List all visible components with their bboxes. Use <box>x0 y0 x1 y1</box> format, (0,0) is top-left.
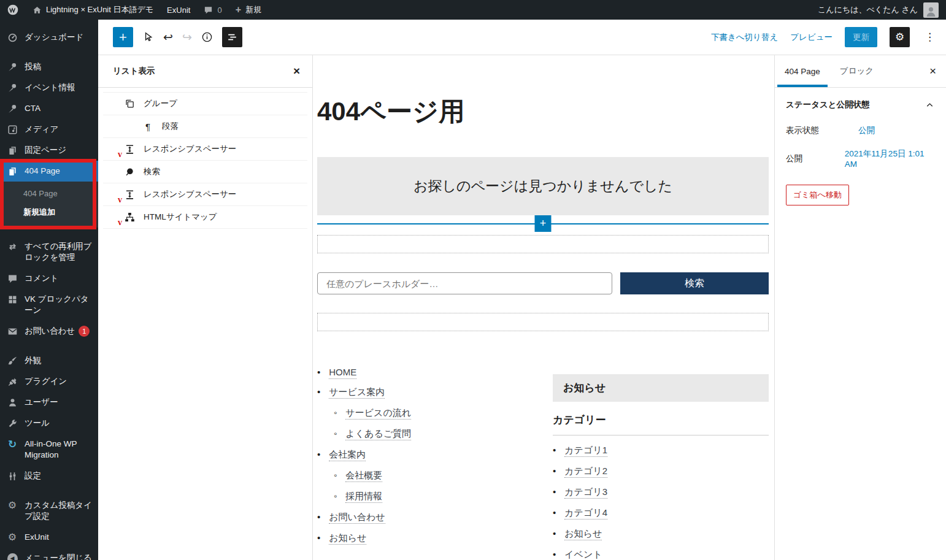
category-link-3[interactable]: カテゴリ3 <box>564 486 607 499</box>
search-input[interactable] <box>317 272 612 294</box>
appearance-icon <box>6 355 18 366</box>
menu-separator <box>0 228 98 236</box>
sidebar-item-appearance[interactable]: 外観 <box>0 350 98 371</box>
sitemap-link-service-flow[interactable]: サービスの流れ <box>345 407 411 420</box>
users-icon <box>6 397 18 408</box>
sidebar-item-collapse-menu[interactable]: ◀ メニューを閉じる <box>0 548 98 560</box>
sidebar-item-contact[interactable]: お問い合わせ1 <box>0 321 98 342</box>
contact-badge: 1 <box>79 326 90 337</box>
sitemap-link-news[interactable]: お知らせ <box>329 532 366 545</box>
list-view-title: リスト表示 <box>113 66 155 77</box>
comment-count: 0 <box>217 6 221 15</box>
category-heading: カテゴリー <box>553 413 769 435</box>
sidebar-item-dashboard[interactable]: ダッシュボード <box>0 27 98 48</box>
publish-date-button[interactable]: 2021年11月25日 1:01 AM <box>845 148 935 169</box>
sidebar-item-comments[interactable]: コメント <box>0 268 98 289</box>
sidebar-item-plugins[interactable]: プラグイン <box>0 371 98 392</box>
sidebar-item-exunit[interactable]: ⚙ ExUnit <box>0 527 98 548</box>
group-icon <box>123 98 136 110</box>
site-name-menu[interactable]: Lightning × ExUnit 日本語デモ <box>26 0 160 20</box>
category-link-events[interactable]: イベント <box>564 549 602 560</box>
new-content-menu[interactable]: + 新規 <box>229 0 268 20</box>
sitemap-link-contact[interactable]: お問い合わせ <box>329 512 385 524</box>
search-button[interactable]: 検索 <box>620 272 769 294</box>
tools-icon <box>6 418 18 429</box>
category-link-2[interactable]: カテゴリ2 <box>564 466 607 478</box>
user-greeting[interactable]: こんにちは、べくたん さん <box>818 4 918 15</box>
list-view-panel: リスト表示 × グループ ¶ 段落 V レスポンシブスペーサー 検索 <box>98 55 313 560</box>
status-visibility-section-header[interactable]: ステータスと公開状態 <box>775 88 946 119</box>
select-tool-button[interactable] <box>142 31 154 43</box>
preview-link[interactable]: プレビュー <box>790 32 833 43</box>
plugin-icon <box>6 376 18 387</box>
sidebar-item-settings[interactable]: 設定 <box>0 466 98 486</box>
category-link-1[interactable]: カテゴリ1 <box>564 445 607 457</box>
search-block: 検索 <box>317 272 769 294</box>
inline-inserter-button[interactable]: + <box>535 215 552 232</box>
sidebar-submenu-404page: 404 Page 新規追加 <box>0 182 98 228</box>
list-view-item-responsive-spacer[interactable]: V レスポンシブスペーサー <box>103 183 307 206</box>
responsive-spacer-block[interactable] <box>317 313 769 331</box>
category-link-4[interactable]: カテゴリ4 <box>564 507 607 520</box>
news-heading-box: お知らせ <box>553 374 769 402</box>
responsive-spacer-icon: V <box>123 144 136 155</box>
update-button[interactable]: 更新 <box>845 27 877 47</box>
submenu-item-404page-list[interactable]: 404 Page <box>0 185 98 202</box>
not-found-message-block[interactable]: お探しのページは見つかりませんでした <box>317 157 769 215</box>
list-view-item-paragraph[interactable]: ¶ 段落 <box>103 115 307 138</box>
sidebar-item-pages[interactable]: 固定ページ <box>0 140 98 161</box>
sitemap-link-services[interactable]: サービス案内 <box>329 386 385 399</box>
pin-icon <box>6 103 18 114</box>
sidebar-item-cta[interactable]: CTA <box>0 98 98 119</box>
sitemap-link-faq[interactable]: よくあるご質問 <box>345 428 411 440</box>
sidebar-item-media[interactable]: メディア <box>0 119 98 140</box>
sidebar-item-reusable-blocks[interactable]: すべての再利用ブロックを管理 <box>0 236 98 268</box>
list-view-close-button[interactable]: × <box>293 64 300 78</box>
dashboard-icon <box>6 32 18 43</box>
sitemap-link-recruit[interactable]: 採用情報 <box>345 491 382 503</box>
page-title[interactable]: 404ページ用 <box>317 97 769 126</box>
comment-bubble-icon <box>204 6 213 15</box>
sitemap-link-home[interactable]: HOME <box>329 367 356 379</box>
details-button[interactable] <box>201 31 213 43</box>
paragraph-icon: ¶ <box>141 121 155 132</box>
publish-label: 公開 <box>786 153 845 164</box>
sidebar-item-vk-block-patterns[interactable]: VK ブロックパターン <box>0 289 98 321</box>
sidebar-item-custom-post-type[interactable]: ⚙ カスタム投稿タイプ設定 <box>0 495 98 527</box>
pages-icon <box>6 145 18 156</box>
menu-separator <box>0 486 98 495</box>
sidebar-item-events[interactable]: イベント情報 <box>0 77 98 98</box>
settings-toggle-button[interactable]: ⚙ <box>890 27 910 47</box>
sitemap-link-company-overview[interactable]: 会社概要 <box>345 470 382 482</box>
list-view-item-html-sitemap[interactable]: V HTMLサイトマップ <box>103 206 307 229</box>
settings-close-button[interactable]: × <box>920 55 946 87</box>
comments-menu[interactable]: 0 <box>197 0 228 20</box>
sidebar-item-404page[interactable]: 404 Page <box>0 161 98 182</box>
undo-button[interactable]: ↩ <box>163 30 173 44</box>
sitemap-link-company[interactable]: 会社案内 <box>329 449 366 461</box>
list-view-toggle-button[interactable] <box>222 27 242 47</box>
submenu-item-add-new[interactable]: 新規追加 <box>0 202 98 222</box>
move-to-trash-button[interactable]: ゴミ箱へ移動 <box>786 185 849 205</box>
sidebar-item-tools[interactable]: ツール <box>0 413 98 434</box>
exunit-menu[interactable]: ExUnit <box>160 0 197 20</box>
list-view-item-search[interactable]: 検索 <box>103 161 307 183</box>
redo-button[interactable]: ↪ <box>182 30 192 44</box>
list-view-item-group[interactable]: グループ <box>103 93 307 115</box>
sidebar-item-users[interactable]: ユーザー <box>0 392 98 413</box>
avatar[interactable] <box>923 2 939 18</box>
sidebar-item-migration[interactable]: ↻ All-in-One WP Migration <box>0 434 98 466</box>
visibility-value-button[interactable]: 公開 <box>858 125 875 136</box>
publish-row: 公開 2021年11月25日 1:01 AM <box>775 142 946 175</box>
block-inserter-button[interactable]: + <box>113 27 133 47</box>
responsive-spacer-block[interactable] <box>317 235 769 253</box>
switch-to-draft-link[interactable]: 下書きへ切り替え <box>711 32 778 43</box>
options-menu-button[interactable]: ⋮ <box>922 31 937 44</box>
category-link-news[interactable]: お知らせ <box>564 528 602 540</box>
sidebar-item-posts[interactable]: 投稿 <box>0 56 98 77</box>
wordpress-logo-menu[interactable] <box>0 0 26 20</box>
tab-block[interactable]: ブロック <box>830 55 883 87</box>
tab-document[interactable]: 404 Page <box>775 55 830 87</box>
migration-icon: ↻ <box>6 439 18 450</box>
list-view-item-responsive-spacer[interactable]: V レスポンシブスペーサー <box>103 138 307 161</box>
